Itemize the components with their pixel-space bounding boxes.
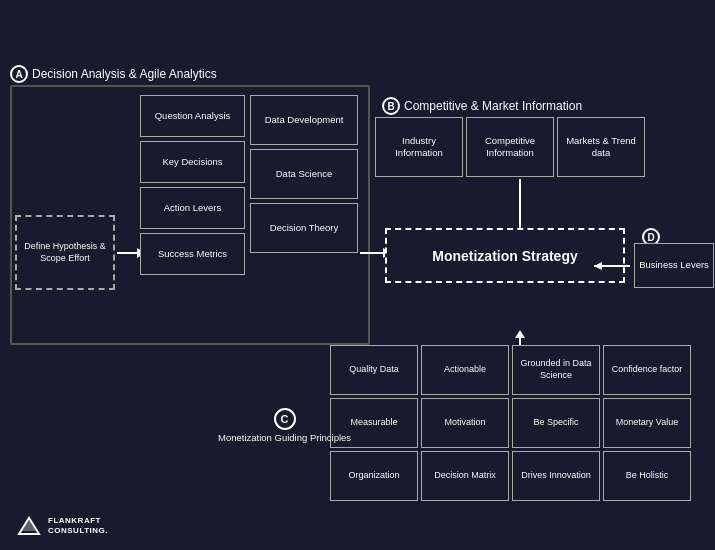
grid-item-confidence: Confidence factor <box>603 345 691 395</box>
left-col-item: Key Decisions <box>140 141 245 183</box>
grid-item-drives-innovation: Drives Innovation <box>512 451 600 501</box>
left-column: Question Analysis Key Decisions Action L… <box>140 95 245 275</box>
left-col-item: Success Metrics <box>140 233 245 275</box>
section-d-business-levers: Business Levers <box>634 243 714 288</box>
right-col-item: Data Development <box>250 95 358 145</box>
section-b-boxes: Industry Information Competitive Informa… <box>375 117 645 177</box>
logo-icon <box>15 512 43 540</box>
section-b-label: B Competitive & Market Information <box>382 97 582 115</box>
section-b-box-markets: Markets & Trend data <box>557 117 645 177</box>
section-b-box-competitive: Competitive Information <box>466 117 554 177</box>
section-c-circle: C <box>274 408 296 430</box>
section-a-label: A Decision Analysis & Agile Analytics <box>10 65 217 83</box>
monetization-strategy-box: Monetization Strategy <box>385 228 625 283</box>
grid-item-actionable: Actionable <box>421 345 509 395</box>
grid-item-quality-data: Quality Data <box>330 345 418 395</box>
arrow-define-to-left <box>117 252 139 254</box>
bottom-grid: Quality Data Actionable Grounded in Data… <box>330 345 691 501</box>
grid-item-grounded: Grounded in Data Science <box>512 345 600 395</box>
grid-item-monetary: Monetary Value <box>603 398 691 448</box>
left-col-item: Question Analysis <box>140 95 245 137</box>
logo: FLANKRAFT CONSULTING. <box>15 512 108 540</box>
grid-item-be-specific: Be Specific <box>512 398 600 448</box>
left-col-item: Action Levers <box>140 187 245 229</box>
section-c-label: C Monetization Guiding Principles <box>218 408 351 444</box>
arrow-d-connector <box>630 265 632 267</box>
right-column: Data Development Data Science Decision T… <box>250 95 358 253</box>
define-hypothesis-box: Define Hypothesis & Scope Effort <box>15 215 115 290</box>
grid-item-motivation: Motivation <box>421 398 509 448</box>
grid-item-be-holistic: Be Holistic <box>603 451 691 501</box>
right-col-item: Data Science <box>250 149 358 199</box>
arrow-b-to-monetization <box>519 179 521 234</box>
section-a-circle: A <box>10 65 28 83</box>
right-col-item: Decision Theory <box>250 203 358 253</box>
grid-item-organization: Organization <box>330 451 418 501</box>
grid-item-decision-matrix: Decision Matrix <box>421 451 509 501</box>
svg-marker-1 <box>594 262 602 270</box>
section-b-circle: B <box>382 97 400 115</box>
logo-text: FLANKRAFT CONSULTING. <box>48 516 108 535</box>
section-c-text: Monetization Guiding Principles <box>218 432 351 444</box>
section-b-box-industry: Industry Information <box>375 117 463 177</box>
arrow-a-to-monetization <box>360 252 385 254</box>
